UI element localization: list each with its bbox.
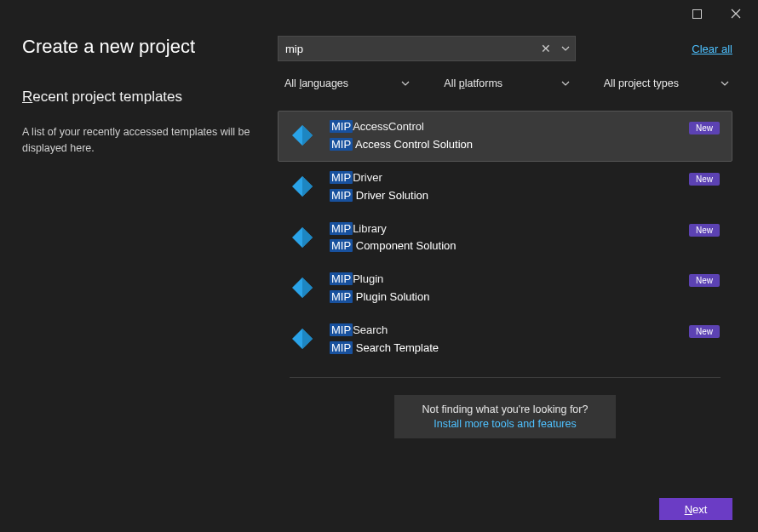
dialog-footer: Next: [0, 486, 758, 532]
new-badge: New: [689, 274, 720, 287]
new-badge: New: [689, 173, 720, 186]
template-title: MIPPlugin: [330, 272, 680, 287]
filter-platforms[interactable]: All platforms: [437, 72, 572, 95]
chevron-down-icon: [401, 81, 410, 86]
template-item[interactable]: MIPAccessControlMIP Access Control Solut…: [278, 111, 732, 162]
template-subtitle: MIP Search Template: [330, 341, 680, 356]
svg-marker-6: [302, 176, 313, 197]
template-item[interactable]: MIPSearchMIP Search TemplateNew: [278, 314, 732, 365]
new-badge: New: [689, 325, 720, 338]
template-subtitle: MIP Access Control Solution: [330, 138, 680, 152]
left-panel: Create a new project Recent project temp…: [22, 27, 278, 486]
filter-project-types[interactable]: All project types: [597, 72, 732, 95]
template-title: MIPLibrary: [330, 222, 680, 237]
new-badge: New: [689, 224, 720, 237]
chevron-down-icon: [721, 81, 729, 86]
template-text: MIPSearchMIP Search Template: [330, 323, 680, 356]
template-icon: [290, 226, 314, 249]
template-text: MIPAccessControlMIP Access Control Solut…: [330, 120, 680, 152]
new-badge: New: [689, 122, 720, 134]
template-title: MIPAccessControl: [330, 120, 680, 134]
recent-templates-empty-text: A list of your recently accessed templat…: [22, 124, 261, 157]
search-clear-icon[interactable]: ✕: [536, 42, 556, 55]
svg-marker-12: [302, 329, 313, 349]
template-item[interactable]: MIPDriverMIP Driver SolutionNew: [278, 162, 732, 213]
page-title: Create a new project: [22, 36, 278, 58]
template-icon: [290, 174, 314, 198]
chevron-down-icon: [561, 46, 570, 51]
template-text: MIPLibraryMIP Component Solution: [330, 222, 680, 255]
svg-rect-0: [693, 9, 702, 18]
recent-templates-heading: Recent project templates: [22, 89, 278, 106]
chevron-down-icon: [561, 81, 570, 86]
template-title: MIPDriver: [330, 171, 680, 186]
right-panel: ✕ Clear all All languages All platforms …: [278, 27, 732, 486]
not-found-text: Not finding what you're looking for?: [405, 403, 606, 415]
template-text: MIPPluginMIP Plugin Solution: [330, 272, 680, 305]
install-more-link[interactable]: Install more tools and features: [405, 418, 606, 430]
search-box[interactable]: ✕: [278, 36, 576, 61]
not-found-panel: Not finding what you're looking for? Ins…: [394, 395, 616, 438]
search-input[interactable]: [279, 43, 536, 55]
template-subtitle: MIP Driver Solution: [330, 189, 680, 203]
window-maximize-button[interactable]: [678, 2, 716, 26]
template-icon: [290, 327, 314, 351]
results-list: MIPAccessControlMIP Access Control Solut…: [278, 111, 732, 365]
results-divider: [290, 377, 721, 378]
template-icon: [290, 276, 314, 300]
filter-languages[interactable]: All languages: [278, 72, 413, 95]
template-item[interactable]: MIPLibraryMIP Component SolutionNew: [278, 213, 732, 264]
next-button[interactable]: Next: [659, 498, 732, 520]
template-item[interactable]: MIPPluginMIP Plugin SolutionNew: [278, 263, 732, 314]
template-subtitle: MIP Plugin Solution: [330, 290, 680, 305]
svg-marker-8: [302, 227, 313, 248]
template-icon: [290, 123, 314, 147]
svg-marker-4: [302, 125, 313, 146]
svg-marker-10: [302, 277, 313, 298]
template-subtitle: MIP Component Solution: [330, 239, 680, 254]
search-dropdown-button[interactable]: [556, 37, 575, 60]
template-text: MIPDriverMIP Driver Solution: [330, 171, 680, 203]
clear-all-link[interactable]: Clear all: [692, 43, 732, 55]
window-close-button[interactable]: [716, 2, 755, 26]
template-title: MIPSearch: [330, 323, 680, 338]
window-titlebar: [0, 0, 758, 27]
